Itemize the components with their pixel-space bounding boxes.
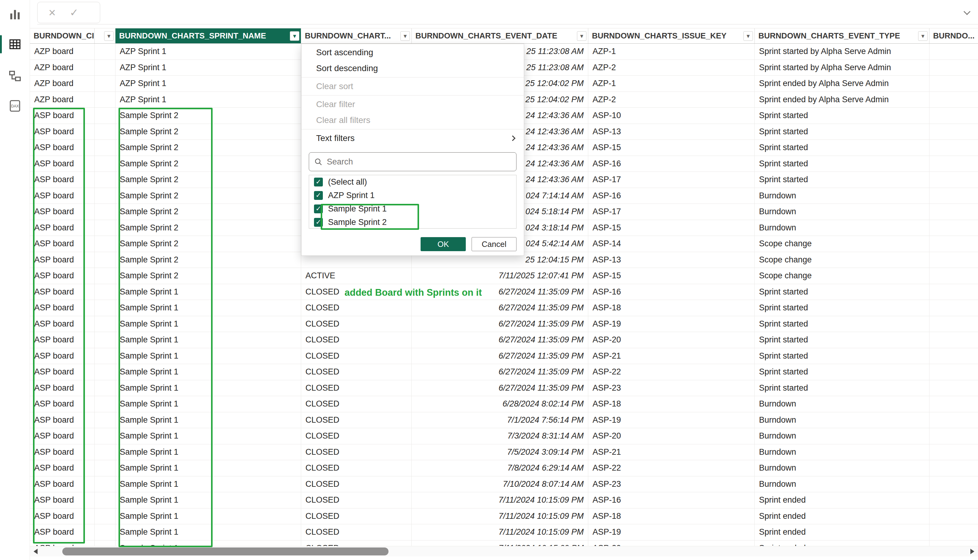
column-header-event-type[interactable]: BURNDOWN_CHARTS_EVENT_TYPE ▾ — [755, 28, 930, 43]
table-cell[interactable]: ASP-10 — [588, 108, 755, 123]
filter-dropdown-button[interactable]: ▾ — [400, 31, 410, 41]
table-cell[interactable]: Burndown — [755, 460, 930, 476]
table-cell[interactable]: Sample Sprint 2 — [115, 140, 301, 156]
table-cell[interactable] — [930, 204, 978, 220]
table-cell[interactable] — [95, 156, 115, 172]
table-cell[interactable]: AZP board — [30, 43, 95, 60]
table-cell[interactable] — [95, 252, 115, 268]
table-cell[interactable] — [95, 124, 115, 140]
table-cell[interactable]: ASP board — [30, 412, 95, 428]
column-header-sprint-name[interactable]: BURNDOWN_CHARTS_SPRINT_NAME ▾ — [115, 28, 301, 43]
table-cell[interactable]: Sample Sprint 1 — [115, 412, 301, 428]
table-row[interactable]: ASP boardSample Sprint 1CLOSED6/27/2024 … — [30, 348, 978, 364]
sidebar-item-model-view[interactable] — [0, 61, 30, 91]
table-cell[interactable]: AZP board — [30, 60, 95, 76]
search-input[interactable] — [327, 157, 511, 167]
table-cell[interactable]: ASP-17 — [588, 172, 755, 188]
table-cell[interactable]: 7/11/2024 10:15:09 PM — [412, 524, 588, 540]
table-row[interactable]: ASP boardSample Sprint 1CLOSED6/27/2024 … — [30, 380, 978, 397]
table-cell[interactable] — [930, 156, 978, 172]
filter-dropdown-button[interactable]: ▾ — [290, 31, 299, 41]
table-cell[interactable]: ASP board — [30, 444, 95, 460]
filter-dropdown-button[interactable]: ▾ — [918, 31, 928, 41]
table-cell[interactable]: ASP board — [30, 524, 95, 540]
table-cell[interactable] — [930, 524, 978, 540]
table-cell[interactable]: ASP board — [30, 204, 95, 220]
table-cell[interactable]: Sample Sprint 2 — [115, 124, 301, 140]
table-cell[interactable]: 6/27/2024 11:35:09 PM — [412, 300, 588, 316]
table-cell[interactable] — [95, 220, 115, 236]
table-cell[interactable]: 6/28/2024 8:02:14 PM — [412, 396, 588, 412]
table-row[interactable]: ASP boardSample Sprint 1CLOSED6/28/2024 … — [30, 396, 978, 412]
table-cell[interactable]: Burndown — [755, 444, 930, 460]
table-cell[interactable]: CLOSED — [301, 316, 412, 332]
table-cell[interactable]: Sample Sprint 1 — [115, 332, 301, 348]
table-cell[interactable]: ASP-23 — [588, 380, 755, 396]
table-cell[interactable]: ASP board — [30, 364, 95, 380]
table-cell[interactable]: Sprint started — [755, 172, 930, 188]
table-cell[interactable]: ASP-21 — [588, 348, 755, 364]
table-cell[interactable]: ASP-21 — [588, 444, 755, 460]
table-cell[interactable]: CLOSED — [301, 428, 412, 444]
table-cell[interactable] — [930, 268, 978, 284]
filter-dropdown-button[interactable]: ▾ — [744, 31, 753, 41]
table-cell[interactable] — [930, 92, 978, 108]
table-cell[interactable]: Sample Sprint 1 — [115, 492, 301, 508]
table-cell[interactable]: Sample Sprint 2 — [115, 220, 301, 236]
table-cell[interactable]: Burndown — [755, 188, 930, 204]
table-cell[interactable] — [95, 236, 115, 252]
table-cell[interactable]: ASP-19 — [588, 524, 755, 540]
table-cell[interactable]: ASP-20 — [588, 428, 755, 444]
table-cell[interactable]: ASP-19 — [588, 316, 755, 332]
table-cell[interactable]: ASP-18 — [588, 300, 755, 316]
table-cell[interactable] — [930, 236, 978, 252]
table-cell[interactable]: Sample Sprint 1 — [115, 364, 301, 380]
table-cell[interactable] — [930, 332, 978, 348]
table-cell[interactable]: ASP board — [30, 460, 95, 476]
table-cell[interactable]: ASP board — [30, 252, 95, 268]
table-cell[interactable] — [95, 268, 115, 284]
search-box[interactable] — [309, 152, 517, 171]
table-cell[interactable]: CLOSED — [301, 396, 412, 412]
table-cell[interactable] — [930, 172, 978, 188]
table-cell[interactable] — [930, 43, 978, 60]
table-cell[interactable]: ASP-15 — [588, 268, 755, 284]
table-cell[interactable]: Sprint started — [755, 284, 930, 300]
table-row[interactable]: ASP boardSample Sprint 1CLOSED7/1/2024 7… — [30, 412, 978, 428]
table-cell[interactable]: Sample Sprint 1 — [115, 316, 301, 332]
table-cell[interactable]: Sample Sprint 2 — [115, 156, 301, 172]
table-cell[interactable]: Sample Sprint 1 — [115, 380, 301, 396]
scrollbar-thumb[interactable] — [62, 547, 388, 555]
table-cell[interactable]: ASP-22 — [588, 460, 755, 476]
table-cell[interactable]: 7/5/2024 3:09:14 PM — [412, 444, 588, 460]
table-cell[interactable] — [930, 348, 978, 364]
table-cell[interactable]: ASP board — [30, 316, 95, 332]
table-cell[interactable] — [95, 477, 115, 492]
menu-item-sort-descending[interactable]: Sort descending — [301, 60, 524, 76]
table-cell[interactable] — [95, 380, 115, 396]
table-cell[interactable]: Sprint ended — [755, 524, 930, 540]
table-cell[interactable]: AZP board — [30, 76, 95, 92]
table-cell[interactable] — [930, 428, 978, 444]
table-cell[interactable]: AZP Sprint 1 — [115, 43, 301, 60]
table-row[interactable]: ASP boardSample Sprint 2ACTIVE7/11/2025 … — [30, 268, 978, 284]
table-cell[interactable]: AZP Sprint 1 — [115, 92, 301, 108]
table-cell[interactable]: CLOSED — [301, 364, 412, 380]
table-cell[interactable]: Sprint started — [755, 140, 930, 156]
table-cell[interactable] — [95, 412, 115, 428]
table-cell[interactable]: Burndown — [755, 396, 930, 412]
table-cell[interactable]: Sprint ended by Alpha Serve Admin — [755, 76, 930, 92]
table-cell[interactable]: Burndown — [755, 428, 930, 444]
filter-dropdown-button[interactable]: ▾ — [104, 31, 114, 41]
table-cell[interactable]: Burndown — [755, 412, 930, 428]
table-cell[interactable]: ASP-16 — [588, 492, 755, 508]
table-cell[interactable]: ASP-13 — [588, 124, 755, 140]
table-cell[interactable]: ASP board — [30, 268, 95, 284]
table-cell[interactable]: Sprint started — [755, 332, 930, 348]
checkbox-checked-icon[interactable]: ✓ — [314, 218, 323, 227]
table-cell[interactable] — [930, 460, 978, 476]
table-cell[interactable]: ASP-19 — [588, 412, 755, 428]
table-row[interactable]: ASP boardSample Sprint 1CLOSED7/11/2024 … — [30, 540, 978, 546]
table-cell[interactable]: Sample Sprint 1 — [115, 460, 301, 476]
table-cell[interactable] — [95, 108, 115, 123]
